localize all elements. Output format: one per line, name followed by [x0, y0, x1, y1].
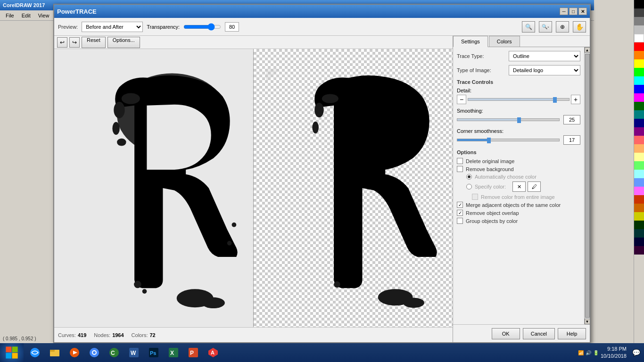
palette-lightyellow[interactable]: [634, 153, 644, 161]
color-cross-button[interactable]: ✕: [512, 181, 526, 192]
detail-track[interactable]: [468, 98, 570, 101]
palette-verydarkpurple[interactable]: [634, 246, 644, 255]
options-title: Options: [457, 149, 580, 155]
palette-white[interactable]: [634, 34, 644, 42]
pan-button[interactable]: ✋: [573, 21, 586, 33]
detail-plus[interactable]: +: [571, 95, 580, 104]
palette-lightgray[interactable]: [634, 25, 644, 34]
battery-icon[interactable]: 🔋: [593, 350, 599, 355]
taskbar-clock[interactable]: 9:18 PM 10/10/2018: [601, 346, 630, 360]
palette-purple[interactable]: [634, 127, 644, 136]
palette-verydankteal[interactable]: [634, 229, 644, 238]
palette-lightgreen[interactable]: [634, 161, 644, 170]
tab-settings[interactable]: Settings: [453, 36, 488, 47]
zoom-out-button[interactable]: 🔍-: [539, 21, 552, 33]
taskbar-photoshop-icon[interactable]: Ps: [144, 344, 163, 361]
auto-color-radio[interactable]: [466, 174, 472, 180]
palette-yellow[interactable]: [634, 59, 644, 68]
palette-darkorange[interactable]: [634, 204, 644, 212]
auto-color-row: Automatically choose color: [457, 174, 580, 180]
ok-button[interactable]: OK: [492, 328, 520, 339]
help-button[interactable]: Help: [558, 328, 586, 339]
trace-type-select[interactable]: Outline Centerline: [509, 51, 580, 61]
svg-point-30: [93, 351, 96, 354]
taskbar: C W Ps X P A 📶 🔊 🔋 9:18 PM 10/10/2018 💬: [0, 343, 644, 362]
image-type-select[interactable]: Detailed logo Clipart Photo: [509, 65, 580, 75]
palette-gray[interactable]: [634, 17, 644, 25]
palette-verydarkblue[interactable]: [634, 238, 644, 246]
scroll-thumb[interactable]: [585, 54, 590, 318]
image-type-row: Type of Image: Detailed logo Clipart Pho…: [457, 65, 580, 75]
palette-lightblue[interactable]: [634, 178, 644, 187]
taskbar-corel-icon[interactable]: C: [105, 344, 124, 361]
palette-green[interactable]: [634, 68, 644, 76]
close-button[interactable]: ✕: [578, 8, 587, 15]
smoothing-row: Smoothing: 25: [457, 108, 580, 124]
specify-color-radio[interactable]: [466, 184, 472, 189]
delete-original-check[interactable]: [457, 158, 463, 164]
color-pick-button[interactable]: 🖊: [528, 181, 541, 192]
minimize-button[interactable]: ─: [560, 8, 568, 15]
maximize-button[interactable]: □: [569, 8, 578, 15]
network-icon[interactable]: 📶: [578, 350, 584, 355]
undo-button[interactable]: ↩: [57, 37, 67, 48]
palette-blue[interactable]: [634, 85, 644, 93]
reset-button[interactable]: Reset: [82, 37, 106, 48]
taskbar-mediaplayer-icon[interactable]: [65, 344, 84, 361]
preview-before: [54, 49, 254, 327]
palette-black[interactable]: [634, 0, 644, 8]
smoothing-value[interactable]: 25: [563, 115, 580, 124]
scroll-down-arrow[interactable]: ▼: [585, 319, 590, 324]
preview-panel: ↩ ↪ Reset Options...: [54, 36, 453, 342]
menu-view[interactable]: View: [34, 12, 53, 19]
remove-background-check[interactable]: [457, 166, 463, 172]
zoom-fit-button[interactable]: ⊕: [556, 21, 569, 33]
corner-smoothness-value[interactable]: 17: [563, 135, 580, 145]
palette-cyan[interactable]: [634, 76, 644, 85]
palette-lightcyan[interactable]: [634, 170, 644, 178]
cancel-button[interactable]: Cancel: [523, 328, 555, 339]
menu-file[interactable]: File: [2, 12, 18, 19]
tab-colors[interactable]: Colors: [489, 36, 520, 47]
palette-verydarkgreen[interactable]: [634, 221, 644, 229]
curves-value: 419: [78, 332, 86, 338]
taskbar-explorer-icon[interactable]: [45, 344, 64, 361]
palette-red[interactable]: [634, 42, 644, 51]
taskbar-powerpoint-icon[interactable]: P: [184, 344, 203, 361]
group-by-color-check[interactable]: [457, 218, 463, 224]
svg-text:Ps: Ps: [150, 350, 156, 356]
palette-darkred[interactable]: [634, 195, 644, 204]
palette-lightmagenta[interactable]: [634, 187, 644, 195]
palette-navy[interactable]: [634, 119, 644, 127]
remove-overlap-check[interactable]: [457, 210, 463, 216]
taskbar-antivirus-icon[interactable]: A: [204, 344, 223, 361]
palette-darkgreen[interactable]: [634, 102, 644, 110]
palette-lightred[interactable]: [634, 136, 644, 144]
palette-teal[interactable]: [634, 110, 644, 119]
scroll-up-arrow[interactable]: ▲: [585, 47, 590, 53]
start-button[interactable]: [0, 343, 24, 362]
redo-button[interactable]: ↪: [69, 37, 80, 48]
palette-orange[interactable]: [634, 51, 644, 59]
taskbar-word-icon[interactable]: W: [124, 344, 143, 361]
zoom-in-button[interactable]: 🔍: [522, 21, 535, 33]
notification-icon[interactable]: 💬: [632, 349, 640, 356]
menu-edit[interactable]: Edit: [18, 12, 34, 19]
transparency-slider[interactable]: [183, 23, 221, 31]
taskbar-excel-icon[interactable]: X: [164, 344, 183, 361]
remove-color-image-check[interactable]: [472, 194, 478, 200]
palette-magenta[interactable]: [634, 93, 644, 102]
palette-lightorange[interactable]: [634, 144, 644, 153]
taskbar-ie-icon[interactable]: [25, 344, 44, 361]
remove-color-image-text: Remove color from entire image: [481, 194, 555, 200]
detail-minus[interactable]: −: [457, 95, 466, 104]
preview-select[interactable]: Before and After Before After: [82, 22, 143, 32]
palette-darkyellow[interactable]: [634, 212, 644, 221]
transparency-value[interactable]: [225, 22, 239, 32]
svg-point-18: [403, 298, 424, 308]
taskbar-chrome-icon[interactable]: [85, 344, 104, 361]
palette-darkgray[interactable]: [634, 8, 644, 17]
volume-icon[interactable]: 🔊: [586, 350, 591, 355]
merge-adjacent-check[interactable]: [457, 202, 463, 208]
options-button[interactable]: Options...: [107, 37, 140, 48]
